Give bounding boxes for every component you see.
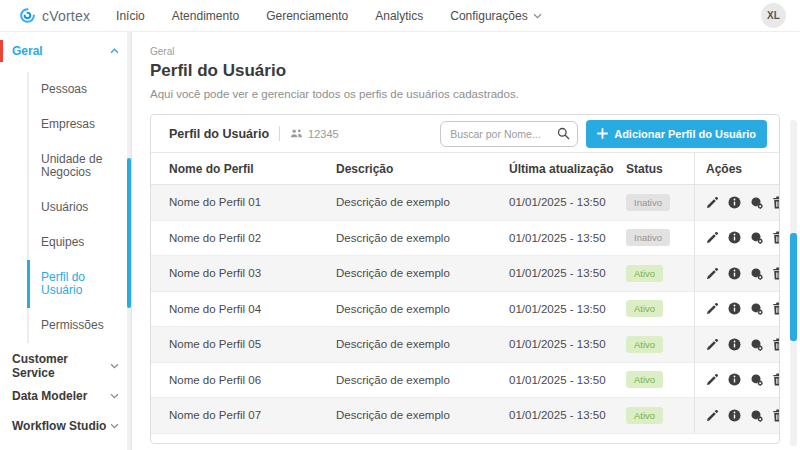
group-icon xyxy=(290,128,303,139)
column-header-ultima-atualizacao: Última atualização xyxy=(509,153,626,184)
sidebar-scrollbar-thumb[interactable] xyxy=(127,158,131,308)
sidebar-section-customer-service[interactable]: Customer Service xyxy=(0,351,131,381)
nav-item-inicio[interactable]: Início xyxy=(116,9,145,23)
delete-icon[interactable] xyxy=(772,196,780,209)
chevron-down-icon xyxy=(110,393,119,399)
sidebar-item-equipes[interactable]: Equipes xyxy=(27,225,131,260)
delete-icon[interactable] xyxy=(772,231,780,244)
add-profile-button[interactable]: Adicionar Perfil do Usuário xyxy=(586,120,767,148)
nav-item-label: Atendimento xyxy=(172,9,239,23)
nav-menu: InícioAtendimentoGerenciamentoAnalyticsC… xyxy=(116,9,542,23)
edit-icon[interactable] xyxy=(706,267,719,280)
edit-icon[interactable] xyxy=(706,302,719,315)
permissions-icon[interactable] xyxy=(750,373,763,386)
delete-icon[interactable] xyxy=(772,338,780,351)
sidebar-section-workflow-studio[interactable]: Workflow Studio xyxy=(0,411,131,441)
sidebar-item-perfil-do-usuario[interactable]: Perfil do Usuário xyxy=(27,260,131,308)
brand-logo[interactable]: cVortex xyxy=(18,6,90,25)
profile-status-cell: Ativo xyxy=(626,363,694,398)
nav-item-atendimento[interactable]: Atendimento xyxy=(172,9,239,23)
profile-actions-cell xyxy=(694,185,780,220)
card-title: Perfil do Usuário xyxy=(169,127,269,141)
profile-actions-cell xyxy=(694,327,780,362)
profile-name-cell: Nome do Perfil 05 xyxy=(151,327,336,362)
profile-name-cell: Nome do Perfil 06 xyxy=(151,363,336,398)
sidebar-item-empresas[interactable]: Empresas xyxy=(27,107,131,142)
sidebar-section-geral[interactable]: Geral xyxy=(0,36,131,66)
permissions-icon[interactable] xyxy=(750,196,763,209)
sidebar-item-usuarios[interactable]: Usuários xyxy=(27,190,131,225)
nav-item-gerenciamento[interactable]: Gerenciamento xyxy=(266,9,348,23)
permissions-icon[interactable] xyxy=(750,302,763,315)
info-icon[interactable] xyxy=(728,196,741,209)
profile-actions-cell xyxy=(694,256,780,291)
profile-updated-cell: 01/01/2025 - 13:50 xyxy=(509,327,626,362)
info-icon[interactable] xyxy=(728,373,741,386)
permissions-icon[interactable] xyxy=(750,338,763,351)
status-badge: Inativo xyxy=(626,194,670,211)
sidebar-section-label: Workflow Studio xyxy=(12,419,106,433)
row-actions xyxy=(706,338,780,351)
sidebar-section-sla[interactable]: SLA xyxy=(0,441,131,450)
status-badge: Ativo xyxy=(626,300,663,317)
cvortex-swirl-icon xyxy=(18,6,37,25)
search-icon xyxy=(557,127,570,140)
profile-status-cell: Inativo xyxy=(626,221,694,256)
edit-icon[interactable] xyxy=(706,231,719,244)
permissions-icon[interactable] xyxy=(750,409,763,422)
table-row: Nome do Perfil 03 Descrição de exemplo 0… xyxy=(151,256,779,292)
profile-updated-cell: 01/01/2025 - 13:50 xyxy=(509,398,626,433)
chevron-up-icon xyxy=(110,48,119,54)
table-row: Nome do Perfil 05 Descrição de exemplo 0… xyxy=(151,327,779,363)
app-window: cVortex InícioAtendimentoGerenciamentoAn… xyxy=(0,0,800,450)
add-profile-button-label: Adicionar Perfil do Usuário xyxy=(614,128,756,140)
plus-icon xyxy=(597,128,608,139)
sidebar-item-pessoas[interactable]: Pessoas xyxy=(27,72,131,107)
edit-icon[interactable] xyxy=(706,409,719,422)
status-badge: Inativo xyxy=(626,229,670,246)
permissions-icon[interactable] xyxy=(750,267,763,280)
profile-status-cell: Inativo xyxy=(626,185,694,220)
profile-actions-cell xyxy=(694,221,780,256)
sidebar-item-unidade-de-negocios[interactable]: Unidade de Negocios xyxy=(27,142,131,190)
profile-description-cell: Descrição de exemplo xyxy=(336,221,509,256)
nav-item-analytics[interactable]: Analytics xyxy=(375,9,423,23)
nav-item-configuracoes[interactable]: Configurações xyxy=(450,9,541,23)
main-scrollbar-track xyxy=(790,120,797,446)
search-box xyxy=(440,121,578,147)
delete-icon[interactable] xyxy=(772,267,780,280)
info-icon[interactable] xyxy=(728,338,741,351)
edit-icon[interactable] xyxy=(706,338,719,351)
sidebar-section-label: Geral xyxy=(12,44,43,58)
row-actions xyxy=(706,267,780,280)
status-badge: Ativo xyxy=(626,407,663,424)
edit-icon[interactable] xyxy=(706,196,719,209)
delete-icon[interactable] xyxy=(772,409,780,422)
column-header-nome-do-perfil: Nome do Perfil xyxy=(151,153,336,184)
profile-name-cell: Nome do Perfil 07 xyxy=(151,398,336,433)
column-header-status: Status xyxy=(626,153,694,184)
main-content: Geral Perfil do Usuário Aqui você pode v… xyxy=(132,32,800,450)
nav-item-label: Analytics xyxy=(375,9,423,23)
profile-description-cell: Descrição de exemplo xyxy=(336,185,509,220)
profile-description-cell: Descrição de exemplo xyxy=(336,363,509,398)
sidebar-section-data-modeler[interactable]: Data Modeler xyxy=(0,381,131,411)
info-icon[interactable] xyxy=(728,267,741,280)
page-title: Perfil do Usuário xyxy=(150,61,800,81)
edit-icon[interactable] xyxy=(706,373,719,386)
breadcrumb: Geral xyxy=(150,46,800,57)
sidebar-item-permissoes[interactable]: Permissões xyxy=(27,308,131,343)
info-icon[interactable] xyxy=(728,302,741,315)
info-icon[interactable] xyxy=(728,231,741,244)
profile-description-cell: Descrição de exemplo xyxy=(336,398,509,433)
permissions-icon[interactable] xyxy=(750,231,763,244)
sidebar-section-label: Customer Service xyxy=(12,352,110,380)
main-scrollbar-thumb[interactable] xyxy=(790,233,797,341)
delete-icon[interactable] xyxy=(772,302,780,315)
delete-icon[interactable] xyxy=(772,373,780,386)
info-icon[interactable] xyxy=(728,409,741,422)
chevron-down-icon xyxy=(533,13,542,19)
row-actions xyxy=(706,196,780,209)
row-actions xyxy=(706,302,780,315)
user-avatar[interactable]: XL xyxy=(761,3,786,28)
